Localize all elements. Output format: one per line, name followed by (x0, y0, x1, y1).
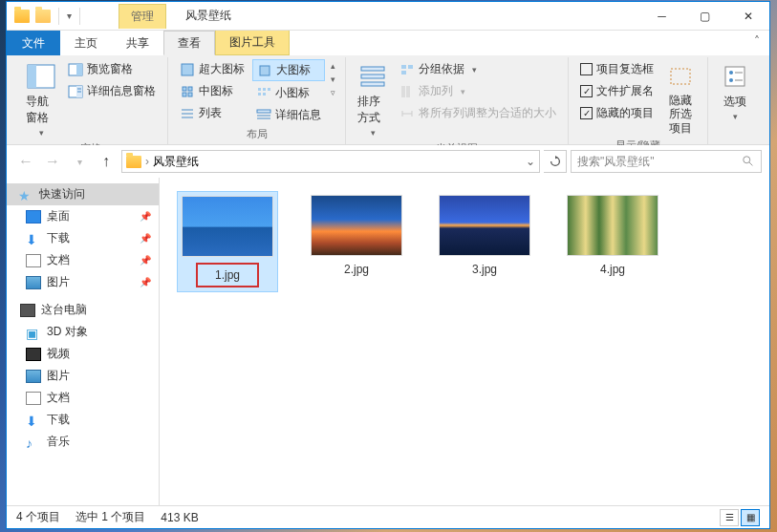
download-icon: ⬇ (26, 232, 41, 245)
qat-customize-icon[interactable]: ▾ (67, 11, 72, 21)
status-item-count: 4 个项目 (16, 509, 60, 525)
menu-file[interactable]: 文件 (7, 31, 60, 55)
details-pane-button[interactable]: 详细信息窗格 (64, 81, 160, 101)
svg-rect-30 (401, 71, 406, 74)
menu-home[interactable]: 主页 (60, 31, 112, 55)
refresh-button[interactable] (544, 150, 567, 173)
breadcrumb-item[interactable]: 风景壁纸 (153, 154, 199, 170)
ribbon-group-show-hide: 项目复选框 ✓文件扩展名 ✓隐藏的项目 隐藏 所选项目 显示/隐藏 (569, 57, 708, 144)
svg-point-35 (729, 71, 733, 74)
status-selection: 选中 1 个项目 (76, 509, 145, 525)
svg-rect-31 (401, 86, 405, 97)
file-list[interactable]: 1.jpg 2.jpg 3.jpg 4.jpg (160, 178, 769, 505)
hide-selected-button[interactable]: 隐藏 所选项目 (661, 59, 700, 137)
svg-rect-16 (260, 66, 270, 75)
sidebar-quick-access[interactable]: ★快速访问 (7, 183, 159, 205)
sidebar-pictures[interactable]: 图片📌 (7, 271, 159, 293)
details-button[interactable]: 详细信息 (252, 105, 325, 125)
file-item[interactable]: 2.jpg (307, 191, 406, 281)
svg-rect-9 (183, 87, 186, 91)
thumbnail (567, 195, 658, 256)
sidebar-documents-2[interactable]: 文档 (7, 387, 159, 409)
extra-large-icons-button[interactable]: 超大图标 (176, 59, 248, 79)
folder-icon (126, 156, 141, 168)
large-icons-button[interactable]: 大图标 (252, 59, 325, 81)
file-name[interactable]: 2.jpg (338, 262, 375, 277)
sidebar-documents[interactable]: 文档📌 (7, 249, 159, 271)
close-button[interactable]: ✕ (726, 2, 769, 31)
ribbon-group-current-view: 排序方式 ▾ 分组依据▾ 添加列▾ 将所有列调整为合适的大小 当前视图 (346, 57, 569, 144)
view-details-button[interactable]: ☰ (720, 509, 739, 526)
svg-line-40 (749, 162, 753, 166)
maximize-button[interactable]: ▢ (683, 2, 726, 31)
thumbnail (182, 196, 273, 257)
minimize-button[interactable]: ─ (640, 2, 683, 31)
desktop-icon (26, 210, 41, 223)
file-name[interactable]: 4.jpg (594, 262, 631, 277)
sidebar-downloads-2[interactable]: ⬇下载 (7, 409, 159, 431)
app-icon (14, 10, 30, 23)
address-dropdown-button[interactable]: ⌄ (526, 155, 535, 168)
sort-by-label: 排序方式 (357, 94, 388, 126)
file-name[interactable]: 3.jpg (466, 262, 503, 277)
hidden-items-toggle[interactable]: ✓隐藏的项目 (576, 103, 658, 123)
list-button[interactable]: 列表 (176, 103, 248, 123)
titlebar: ▾ 管理 风景壁纸 ─ ▢ ✕ (7, 2, 769, 31)
nav-pane-label: 导航窗格 (26, 94, 56, 126)
file-item[interactable]: 3.jpg (435, 191, 534, 281)
window-title: 风景壁纸 (185, 8, 231, 24)
context-tab-manage[interactable]: 管理 (119, 4, 166, 29)
group-by-button[interactable]: 分组依据▾ (396, 59, 560, 79)
layout-scroll-up[interactable]: ▴ (329, 59, 337, 73)
svg-rect-29 (408, 65, 413, 69)
sidebar-music[interactable]: ♪音乐 (7, 431, 159, 453)
checkbox-icon: ✓ (580, 107, 593, 119)
small-icons-button[interactable]: 小图标 (252, 83, 325, 103)
preview-pane-button[interactable]: 预览窗格 (64, 59, 160, 79)
address-input[interactable]: › 风景壁纸 ⌄ (121, 150, 540, 173)
sort-by-button[interactable]: 排序方式 ▾ (354, 59, 392, 139)
layout-expand[interactable]: ▿ (329, 86, 337, 99)
thumbnail (311, 195, 402, 256)
sidebar-3d-objects[interactable]: ▣3D 对象 (7, 321, 159, 343)
svg-rect-1 (28, 65, 36, 88)
sidebar-videos[interactable]: 视频 (7, 343, 159, 365)
body: ★快速访问 桌面📌 ⬇下载📌 文档📌 图片📌 这台电脑 ▣3D 对象 视频 图片… (7, 178, 769, 505)
explorer-window: ▾ 管理 风景壁纸 ─ ▢ ✕ 文件 主页 共享 查看 图片工具 ˄ 导航窗格 … (6, 1, 770, 529)
svg-rect-19 (268, 88, 270, 91)
ribbon-collapse-button[interactable]: ˄ (745, 31, 769, 55)
sidebar-desktop[interactable]: 桌面📌 (7, 205, 159, 227)
sidebar-pictures-2[interactable]: 图片 (7, 365, 159, 387)
up-button[interactable]: ↑ (95, 150, 118, 173)
svg-rect-27 (361, 82, 384, 86)
item-checkboxes-toggle[interactable]: 项目复选框 (576, 59, 658, 79)
qat-open-icon[interactable] (35, 10, 51, 23)
file-name[interactable]: 1.jpg (196, 263, 259, 287)
sidebar-this-pc[interactable]: 这台电脑 (7, 299, 159, 321)
back-button[interactable]: ← (14, 150, 37, 173)
document-icon (26, 392, 41, 405)
medium-icons-button[interactable]: 中图标 (176, 81, 248, 101)
breadcrumb-sep[interactable]: › (145, 155, 149, 168)
layout-scroll-down[interactable]: ▾ (329, 73, 337, 86)
sidebar-downloads[interactable]: ⬇下载📌 (7, 227, 159, 249)
recent-locations-button[interactable]: ▾ (68, 150, 91, 173)
svg-rect-3 (76, 64, 82, 75)
menu-view[interactable]: 查看 (163, 31, 215, 55)
music-icon: ♪ (26, 436, 41, 449)
hide-selected-label: 隐藏 所选项目 (665, 94, 696, 135)
file-item[interactable]: 4.jpg (563, 191, 662, 281)
svg-rect-12 (188, 93, 192, 96)
cube-icon: ▣ (26, 326, 41, 339)
options-label: 选项 (723, 94, 746, 110)
options-button[interactable]: 选项 ▾ (716, 59, 754, 123)
file-item[interactable]: 1.jpg (177, 191, 278, 292)
view-icons-button[interactable]: ▦ (741, 509, 760, 526)
file-ext-toggle[interactable]: ✓文件扩展名 (576, 81, 658, 101)
menu-picture-tools[interactable]: 图片工具 (215, 31, 290, 55)
menu-share[interactable]: 共享 (112, 31, 163, 55)
picture-icon (26, 276, 41, 289)
address-bar: ← → ▾ ↑ › 风景壁纸 ⌄ 搜索"风景壁纸" (7, 145, 769, 178)
search-input[interactable]: 搜索"风景壁纸" (571, 150, 762, 173)
nav-pane-button[interactable]: 导航窗格 ▾ (22, 59, 60, 139)
